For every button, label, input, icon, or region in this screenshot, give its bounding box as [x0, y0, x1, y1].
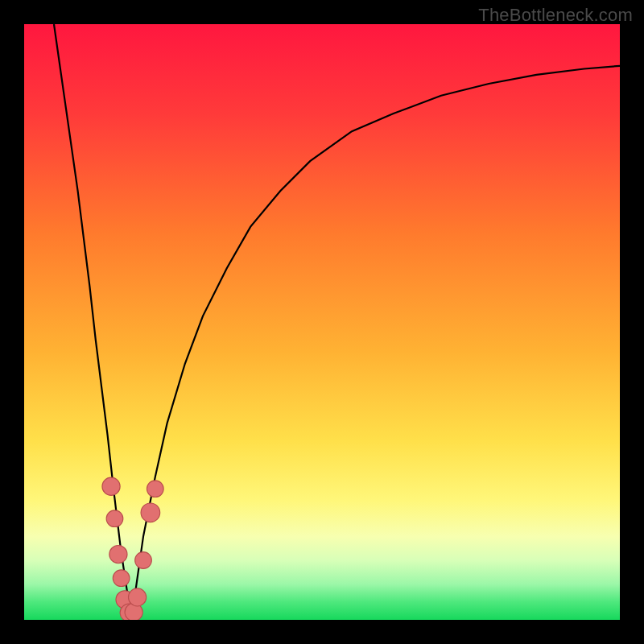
chart-frame: TheBottleneck.com: [0, 0, 644, 644]
curve-left-branch: [54, 24, 131, 620]
marker-9: [141, 503, 160, 522]
marker-1: [106, 510, 123, 527]
plot-area: [24, 24, 620, 620]
marker-3: [113, 570, 130, 587]
curve-right-branch: [131, 66, 620, 620]
marker-2: [109, 546, 127, 564]
data-markers: [102, 477, 163, 620]
marker-10: [147, 481, 163, 497]
curve-series: [54, 24, 620, 620]
marker-7: [129, 588, 147, 606]
marker-8: [135, 552, 152, 569]
curves-layer: [24, 24, 620, 620]
marker-0: [102, 477, 120, 495]
watermark-text: TheBottleneck.com: [478, 5, 633, 26]
